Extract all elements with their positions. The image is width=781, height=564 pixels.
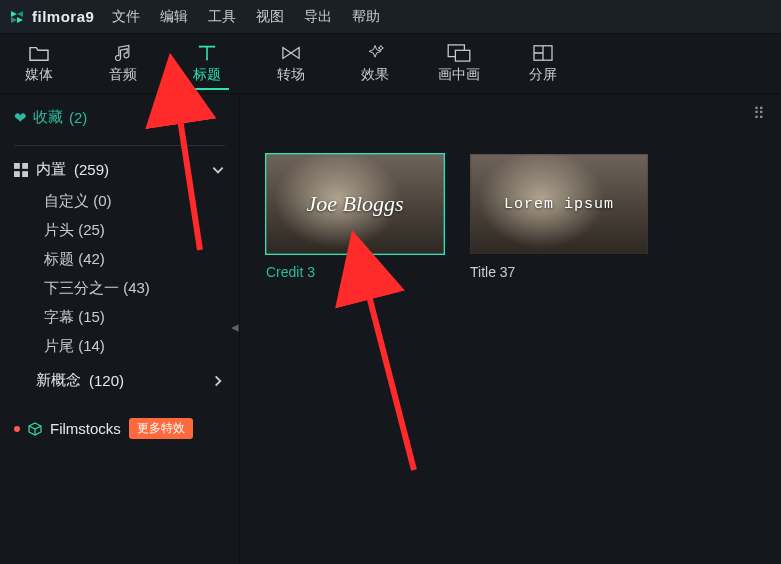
tab-pip[interactable]: 画中画 (434, 40, 484, 84)
menu-view[interactable]: 视图 (256, 8, 284, 26)
music-icon (113, 42, 133, 64)
category-toolbar: 媒体 音频 标题 转场 效果 画中画 分屏 (0, 34, 781, 94)
sidebar-builtin[interactable]: 内置 (259) (14, 156, 225, 183)
filmstocks-label: Filmstocks (50, 420, 121, 437)
svg-rect-5 (14, 171, 20, 177)
tab-media[interactable]: 媒体 (14, 40, 64, 84)
subcat-openers[interactable]: 片头 (25) (44, 216, 225, 245)
filmstocks-icon (28, 422, 42, 436)
tab-transition[interactable]: 转场 (266, 40, 316, 84)
transition-icon (280, 42, 302, 64)
newconcept-count: (120) (89, 372, 124, 389)
menu-tools[interactable]: 工具 (208, 8, 236, 26)
tab-split[interactable]: 分屏 (518, 40, 568, 84)
preset-caption: Credit 3 (266, 264, 444, 280)
preset-caption: Title 37 (470, 264, 648, 280)
thumbnail-overlay-text: Joe Bloggs (306, 191, 403, 217)
tab-title[interactable]: 标题 (182, 40, 232, 90)
svg-rect-4 (22, 163, 28, 169)
favorites-label: 收藏 (33, 108, 63, 127)
sparkle-icon (365, 42, 385, 64)
main-area: ❤ 收藏 (2) 内置 (259) 自定义 (0) 片头 (25) 标题 (42… (0, 94, 781, 564)
menu-file[interactable]: 文件 (112, 8, 140, 26)
svg-rect-6 (22, 171, 28, 177)
tab-effect[interactable]: 效果 (350, 40, 400, 84)
notification-dot-icon (14, 426, 20, 432)
grid-view-toggle-icon[interactable]: ⠿ (753, 104, 767, 123)
preset-card[interactable]: Lorem ipsum Title 37 (470, 154, 648, 280)
preset-thumbnail[interactable]: Lorem ipsum (470, 154, 648, 254)
builtin-count: (259) (74, 161, 109, 178)
thumbnail-overlay-text: Lorem ipsum (504, 196, 614, 213)
sidebar-newconcept[interactable]: 新概念 (120) (14, 367, 225, 394)
subcat-subtitle[interactable]: 字幕 (15) (44, 303, 225, 332)
splitscreen-icon (532, 42, 554, 64)
preset-thumbnail[interactable]: Joe Bloggs (266, 154, 444, 254)
subcat-endcredits[interactable]: 片尾 (14) (44, 332, 225, 361)
title-bar: filmora9 文件 编辑 工具 视图 导出 帮助 (0, 0, 781, 34)
tab-audio[interactable]: 音频 (98, 40, 148, 84)
app-name: filmora9 (32, 8, 94, 25)
builtin-label: 内置 (36, 160, 66, 179)
menu-edit[interactable]: 编辑 (160, 8, 188, 26)
favorites-count: (2) (69, 109, 87, 126)
sidebar: ❤ 收藏 (2) 内置 (259) 自定义 (0) 片头 (25) 标题 (42… (0, 94, 240, 564)
svg-rect-3 (14, 163, 20, 169)
sidebar-filmstocks[interactable]: Filmstocks 更多特效 (14, 418, 225, 439)
svg-rect-1 (455, 50, 469, 61)
app-logo: filmora9 (8, 8, 94, 26)
pip-icon (447, 42, 471, 64)
heart-icon: ❤ (14, 109, 27, 127)
logo-icon (8, 8, 26, 26)
chevron-right-icon (211, 374, 225, 388)
main-menu: 文件 编辑 工具 视图 导出 帮助 (112, 8, 380, 26)
sidebar-divider (14, 145, 225, 146)
chevron-down-icon (211, 163, 225, 177)
title-t-icon (196, 42, 218, 64)
folder-icon (28, 42, 50, 64)
content-panel: ⠿ Joe Bloggs Credit 3 Lorem ipsum Title … (240, 94, 781, 564)
active-tab-underline (185, 88, 229, 90)
subcat-lowerthird[interactable]: 下三分之一 (43) (44, 274, 225, 303)
newconcept-label: 新概念 (36, 371, 81, 390)
builtin-subcategories: 自定义 (0) 片头 (25) 标题 (42) 下三分之一 (43) 字幕 (1… (14, 183, 225, 361)
title-presets-grid: Joe Bloggs Credit 3 Lorem ipsum Title 37 (266, 154, 761, 280)
sidebar-favorites[interactable]: ❤ 收藏 (2) (14, 108, 225, 127)
filmstocks-badge[interactable]: 更多特效 (129, 418, 193, 439)
grid-icon (14, 163, 28, 177)
preset-card[interactable]: Joe Bloggs Credit 3 (266, 154, 444, 280)
subcat-custom[interactable]: 自定义 (0) (44, 187, 225, 216)
menu-export[interactable]: 导出 (304, 8, 332, 26)
subcat-titles[interactable]: 标题 (42) (44, 245, 225, 274)
sidebar-collapse-handle[interactable]: ◂ (230, 312, 240, 342)
menu-help[interactable]: 帮助 (352, 8, 380, 26)
